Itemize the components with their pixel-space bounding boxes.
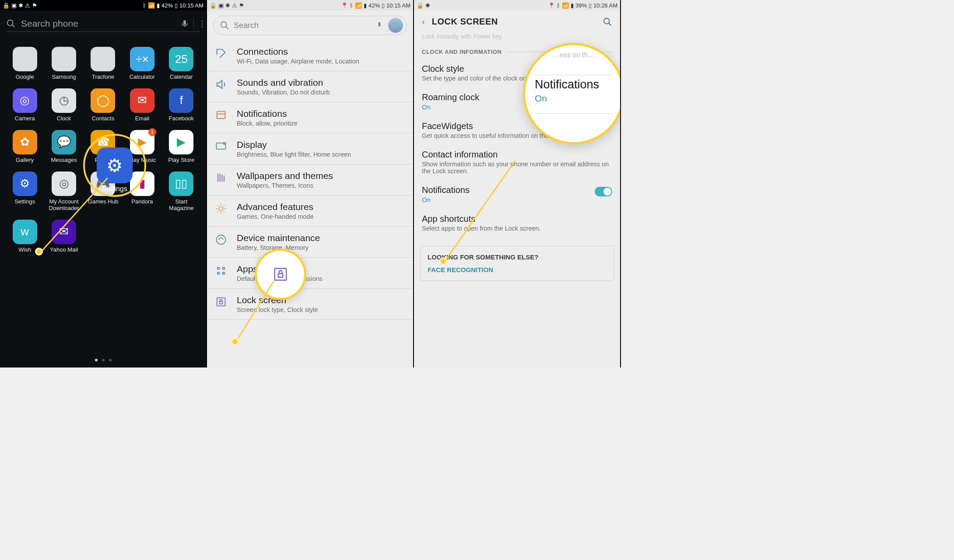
battery-percent: 39% xyxy=(575,2,587,9)
app-icon: ▶ xyxy=(169,130,193,154)
row-subtitle: Block, allow, prioritize xyxy=(237,120,298,127)
app-icon xyxy=(52,47,76,71)
back-button[interactable]: ‹ xyxy=(422,17,425,27)
row-title: Contact information xyxy=(422,150,612,160)
warning-icon: ⚠ xyxy=(25,2,30,9)
app-label: Games Hub xyxy=(88,199,118,205)
lock-icon: 🔒 xyxy=(417,2,424,9)
row-title: Wallpapers and themes xyxy=(237,171,333,181)
overflow-menu-icon[interactable]: ⋮ xyxy=(198,23,200,24)
toggle-switch[interactable] xyxy=(595,187,612,196)
app-label: Samsung xyxy=(52,74,76,80)
app-contacts[interactable]: ◯Contacts xyxy=(84,88,123,122)
settings-row-apps[interactable]: AppsDefault apps, App permissions xyxy=(207,258,413,289)
app-label: Gallery xyxy=(16,157,34,164)
lock-icon: 🔒 xyxy=(3,2,10,9)
app-label: Facebook xyxy=(169,116,194,122)
app-settings[interactable]: ⚙Settings xyxy=(5,172,44,212)
app-my-account-downloader[interactable]: ◎My Account Downloader xyxy=(44,172,83,212)
leader-dot xyxy=(35,248,43,256)
svg-rect-8 xyxy=(217,143,226,149)
settings-row-device[interactable]: Device maintenanceBattery, Storage, Memo… xyxy=(207,227,413,258)
app-label: Contacts xyxy=(92,116,114,122)
app-icon: w xyxy=(13,220,37,244)
svg-point-9 xyxy=(224,143,226,145)
svg-point-13 xyxy=(223,267,225,270)
svg-rect-19 xyxy=(278,273,283,277)
app-icon: ÷× xyxy=(130,47,154,71)
row-subtitle: Wallpapers, Themes, Icons xyxy=(237,182,333,189)
app-start-magazine[interactable]: ▯▯Start Magazine xyxy=(162,172,201,212)
settings-search[interactable]: Search xyxy=(213,16,407,35)
signal-icon: ▮ xyxy=(364,2,367,9)
connections-icon xyxy=(215,47,227,60)
zoom-title: Notifications xyxy=(535,78,613,91)
app-label: Email xyxy=(135,116,150,122)
svg-point-11 xyxy=(217,235,226,245)
settings-row-connections[interactable]: ConnectionsWi-Fi, Data usage, Airplane m… xyxy=(207,40,413,71)
app-icon: ◎ xyxy=(52,172,76,196)
clock-time: 10:15 AM xyxy=(179,2,203,9)
battery-icon: ▯ xyxy=(589,2,592,9)
row-subtitle: Select apps to open from the Lock screen… xyxy=(422,225,612,232)
svg-point-12 xyxy=(217,267,220,270)
row-subtitle: Sounds, Vibration, Do not disturb xyxy=(237,89,330,96)
app-camera[interactable]: ◎Camera xyxy=(5,88,44,122)
app-messages[interactable]: 💬Messages xyxy=(44,130,83,164)
lock-row-contact-information[interactable]: Contact informationShow information such… xyxy=(414,144,620,180)
lock-icon xyxy=(215,296,227,308)
bt-icon: ᛒ xyxy=(557,2,560,9)
app-calculator[interactable]: ÷×Calculator xyxy=(123,47,161,80)
mic-icon[interactable] xyxy=(180,19,189,28)
advanced-icon xyxy=(215,203,227,215)
row-subtitle: Wi-Fi, Data usage, Airplane mode, Locati… xyxy=(237,58,359,65)
app-email[interactable]: ✉Email xyxy=(123,88,161,122)
mic-icon[interactable] xyxy=(375,21,384,30)
settings-row-sound[interactable]: Sounds and vibrationSounds, Vibration, D… xyxy=(207,71,413,102)
settings-row-display[interactable]: DisplayBrightness, Blue light filter, Ho… xyxy=(207,133,413,164)
zoom-lock-icon xyxy=(255,248,306,300)
page-indicator xyxy=(0,359,206,361)
help-card[interactable]: LOOKING FOR SOMETHING ELSE? FACE RECOGNI… xyxy=(420,246,614,281)
row-subtitle: Brightness, Blue light filter, Home scre… xyxy=(237,151,351,158)
app-label: Google xyxy=(16,74,34,80)
lock-row-app-shortcuts[interactable]: App shortcutsSelect apps to open from th… xyxy=(414,209,620,237)
app-samsung[interactable]: Samsung xyxy=(44,47,83,80)
settings-row-wallpaper[interactable]: Wallpapers and themesWallpapers, Themes,… xyxy=(207,164,413,196)
app-facebook[interactable]: fFacebook xyxy=(162,88,201,122)
svg-point-3 xyxy=(221,22,227,28)
app-icon: ⚙ xyxy=(13,172,37,196)
search-bar[interactable]: Search phone ⋮ xyxy=(6,18,200,32)
row-title: Sounds and vibration xyxy=(237,77,330,88)
zoom-value: On xyxy=(535,93,613,104)
wallpaper-icon xyxy=(215,172,227,184)
settings-row-notifications[interactable]: NotificationsBlock, allow, prioritize xyxy=(207,102,413,133)
settings-row-advanced[interactable]: Advanced featuresGames, One-handed mode xyxy=(207,196,413,227)
app-play-store[interactable]: ▶Play Store xyxy=(162,130,201,164)
lock-row-notifications[interactable]: NotificationsOn xyxy=(414,180,620,209)
apps-icon xyxy=(215,265,227,277)
row-title: Device maintenance xyxy=(237,233,320,243)
app-label: Messages xyxy=(51,157,77,164)
clock-time: 10:15 AM xyxy=(386,2,410,9)
display-icon xyxy=(215,140,227,153)
app-tracfone[interactable]: Tracfone xyxy=(84,47,123,80)
app-calendar[interactable]: 25Calendar xyxy=(162,47,201,80)
status-bar: 🔒 ▣ ✱ ⚠ ⚑ 📍 ᛒ 📶 ▮ 42% ▯ 10:15 AM xyxy=(207,0,413,10)
settings-row-lock[interactable]: Lock screenScreen lock type, Clock style xyxy=(207,289,413,320)
svg-line-4 xyxy=(226,27,228,29)
help-link[interactable]: FACE RECOGNITION xyxy=(428,266,607,273)
app-label: Tracfone xyxy=(92,74,114,80)
search-icon[interactable] xyxy=(603,17,612,27)
app-label: Wish xyxy=(18,247,31,253)
app-clock[interactable]: ◷Clock xyxy=(44,88,83,122)
app-google[interactable]: Google xyxy=(5,47,44,80)
highlight-settings: ⚙ Settings xyxy=(83,134,146,197)
lock-icon: 🔒 xyxy=(210,2,217,9)
app-gallery[interactable]: ✿Gallery xyxy=(5,130,44,164)
bt-icon: ᛒ xyxy=(350,2,353,9)
image-icon: ▣ xyxy=(11,2,17,9)
svg-line-21 xyxy=(609,23,611,25)
svg-point-10 xyxy=(219,206,223,210)
avatar[interactable] xyxy=(388,18,403,33)
